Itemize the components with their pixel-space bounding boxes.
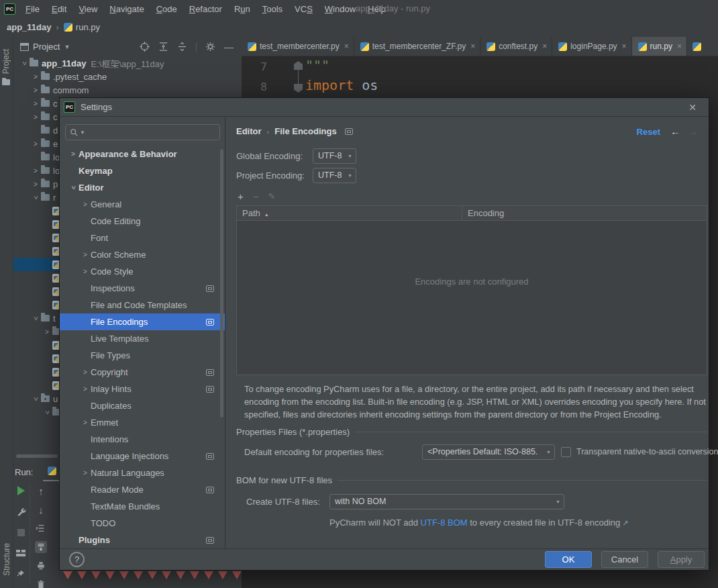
transparent-ascii-checkbox[interactable] [561,447,571,457]
failed-test-icon[interactable] [232,571,242,579]
tab-loginPage.py[interactable]: loginPage.py× [552,37,631,56]
failed-test-icon[interactable] [218,571,227,579]
settings-item-live-templates[interactable]: Live Templates [60,330,225,347]
stripe-project-button[interactable]: Project [1,49,11,85]
down-stack-trace-icon[interactable]: ↓ [35,503,47,516]
encodings-table[interactable]: Path Encoding Encodings are not configur… [236,205,707,375]
settings-item-color-scheme[interactable]: >Color Scheme [60,246,225,263]
code-fold-marker-icon[interactable] [294,84,303,93]
settings-item-code-editing[interactable]: Code Editing [60,213,225,230]
restore-layout-icon[interactable] [35,522,47,534]
hide-panel-icon[interactable]: — [224,42,234,52]
close-tab-icon[interactable]: × [470,42,475,51]
settings-item-copyright[interactable]: >Copyright [60,364,225,381]
close-tab-icon[interactable]: × [542,42,547,51]
stop-button[interactable] [15,526,27,538]
collapse-all-icon[interactable] [177,42,187,52]
settings-item-todo[interactable]: TODO [60,515,225,532]
locate-file-icon[interactable] [140,42,150,52]
chevron-icon[interactable]: > [30,181,41,188]
chevron-icon[interactable]: > [80,251,91,258]
breadcrumb-project[interactable]: app_11day [7,22,52,32]
settings-item-inlay-hints[interactable]: >Inlay Hints [60,381,225,397]
failed-test-icon[interactable] [119,571,129,579]
chevron-icon[interactable]: > [30,100,41,107]
failed-test-icon[interactable] [77,571,87,579]
failed-test-icon[interactable] [204,571,213,579]
menu-view[interactable]: View [72,4,103,14]
settings-item-reader-mode[interactable]: Reader Mode [60,481,225,498]
menu-file[interactable]: File [19,4,46,14]
chevron-icon[interactable]: > [21,58,28,68]
settings-item-file-encodings[interactable]: File Encodings [60,313,225,330]
failed-test-icon[interactable] [190,571,199,579]
menu-tools[interactable]: Tools [256,4,289,14]
settings-item-keymap[interactable]: Keymap [60,162,225,179]
ok-button[interactable]: OK [545,551,592,568]
close-tab-icon[interactable]: × [344,42,349,51]
tab-test_membercenter_ZF.py[interactable]: test_membercenter_ZF.py× [354,37,480,56]
failed-test-icon[interactable] [134,571,143,579]
chevron-icon[interactable]: > [30,87,41,94]
project-panel-title[interactable]: Project [33,42,60,52]
run-config-tab[interactable] [43,464,61,481]
chevron-icon[interactable]: > [30,113,41,121]
tab-run.py[interactable]: run.py× [632,37,687,56]
chevron-down-icon[interactable]: ▼ [64,44,70,50]
settings-item-intentions[interactable]: Intentions [60,431,225,448]
settings-item-editor[interactable]: >Editor [60,179,225,196]
close-icon[interactable]: ✕ [683,98,702,117]
up-stack-trace-icon[interactable]: ↑ [35,485,47,497]
settings-item-textmate-bundles[interactable]: TextMate Bundles [60,498,225,515]
failed-test-icon[interactable] [148,571,157,579]
chevron-icon[interactable]: > [80,385,91,393]
apply-button[interactable]: Apply [658,551,705,568]
horizontal-scrollbar[interactable] [16,454,58,458]
settings-item-plugins[interactable]: Plugins [60,532,225,548]
chevron-icon[interactable]: > [80,419,91,426]
cancel-button[interactable]: Cancel [601,551,648,568]
chevron-icon[interactable]: > [30,167,41,175]
close-tab-icon[interactable]: × [677,42,682,51]
back-arrow-icon[interactable]: ← [670,126,680,137]
menu-navigate[interactable]: Navigate [103,4,150,14]
chevron-icon[interactable]: > [32,192,40,203]
close-tab-icon[interactable]: × [622,42,627,51]
breadcrumb-file[interactable]: run.py [76,22,100,32]
settings-item-natural-languages[interactable]: >Natural Languages [60,464,225,481]
settings-item-inspections[interactable]: Inspections [60,280,225,297]
test-layout-icon[interactable] [15,547,27,559]
vertical-scrollbar[interactable] [220,149,223,418]
chevron-icon[interactable]: > [32,393,40,404]
search-filter-caret-icon[interactable]: ▼ [80,130,85,136]
failed-test-icon[interactable] [91,571,101,579]
settings-item-code-style[interactable]: >Code Style [60,263,225,280]
chevron-icon[interactable]: > [80,201,91,208]
chevron-icon[interactable]: > [70,183,77,193]
gear-icon[interactable] [205,42,215,52]
settings-item-emmet[interactable]: >Emmet [60,414,225,431]
global-encoding-select[interactable]: UTF-8 [313,148,356,164]
settings-item-duplicates[interactable]: Duplicates [60,397,225,414]
help-button[interactable]: ? [69,552,85,567]
failed-test-icon[interactable] [105,571,115,579]
add-icon[interactable]: + [238,191,244,202]
project-encoding-select[interactable]: UTF-8 [313,168,356,183]
chevron-icon[interactable]: > [44,407,51,418]
settings-item-appearance-behavior[interactable]: >Appearance & Behavior [60,146,225,162]
menu-refactor[interactable]: Refactor [183,4,228,14]
tab-conftest.py[interactable]: conftest.py× [480,37,552,56]
menu-run[interactable]: Run [228,4,256,14]
project-tree-item-app_11day[interactable]: >app_11dayE:\框架\app_11day [13,56,242,70]
menu-code[interactable]: Code [150,4,183,14]
crumb-editor[interactable]: Editor [236,126,262,136]
chevron-icon[interactable]: > [30,140,41,148]
settings-item-file-and-code-templates[interactable]: File and Code Templates [60,297,225,313]
tab-test_membercenter.py[interactable]: test_membercenter.py× [242,37,354,56]
chevron-icon[interactable]: > [68,150,79,158]
failed-test-icon[interactable] [162,571,171,579]
settings-item-file-types[interactable]: File Types [60,347,225,364]
chevron-icon[interactable]: > [30,73,41,81]
project-tree-item-.pytest_cache[interactable]: >.pytest_cache [13,70,242,83]
column-encoding[interactable]: Encoding [462,208,504,218]
